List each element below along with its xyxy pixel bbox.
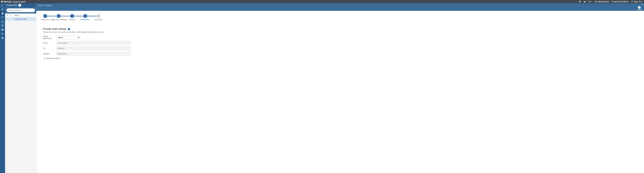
plugin-label: PostgreSQL [6, 4, 17, 6]
svg-point-3 [3, 33, 3, 33]
notifications-button[interactable] [578, 0, 582, 3]
list-header-icons[interactable] [5, 13, 13, 17]
svg-text:?: ? [589, 1, 590, 2]
attach-report-checkbox[interactable]: Attach job report [43, 57, 637, 59]
user-menu[interactable]: administrator [594, 0, 610, 3]
wizard-step-notification[interactable]: 4 Notification [78, 14, 92, 20]
sort-icon [7, 14, 8, 16]
netapp-logo-icon [1, 1, 3, 3]
wizard-step-appsettings[interactable]: 2 Application Settings [52, 14, 66, 20]
resource-panel: PostgreSQL Name postgres_5432 [5, 3, 36, 173]
rail-alerts[interactable] [0, 36, 5, 40]
from-input[interactable] [56, 41, 130, 45]
plugin-dropdown[interactable] [18, 4, 21, 6]
help-button[interactable]: ? [587, 0, 594, 3]
wizard-step-summary[interactable]: 5 Summary [92, 14, 105, 20]
main-area: Cluster - Protect ✕ i Details 1 Resource… [36, 3, 644, 173]
alert-icon [1, 36, 4, 39]
brand-product: SnapCenter® [12, 0, 26, 3]
rail-storage[interactable] [0, 28, 5, 32]
step-label: Resource [41, 18, 49, 20]
user-name: administrator [598, 0, 609, 3]
rail-dashboard[interactable] [0, 7, 5, 11]
list-item[interactable]: postgres_5432 [5, 17, 36, 21]
step-label: Application Settings [50, 18, 67, 20]
nav-rail [0, 3, 5, 173]
label-to: To [43, 47, 56, 49]
check-circle-icon [1, 12, 4, 15]
label-from: From [43, 42, 56, 44]
subject-input[interactable] [56, 52, 130, 56]
form-subtitle: Select the service accounts or people to… [43, 31, 637, 33]
topbar: NetApp SnapCenter® ? administrator SnapC… [0, 0, 644, 3]
rail-resources[interactable] [0, 11, 5, 15]
email-pref-select[interactable]: Never [56, 35, 80, 39]
wizard-steps: 1 Resource 2 Application Settings 3 Poli… [43, 14, 104, 21]
info-icon[interactable]: i [68, 28, 70, 30]
chart-line-icon [1, 20, 4, 23]
close-button[interactable]: ✕ [642, 3, 644, 6]
label-subject: Subject [43, 53, 56, 55]
grid-icon [1, 8, 4, 11]
label-email-pref: Email preference [43, 35, 56, 39]
rail-hosts[interactable] [0, 23, 5, 28]
list-item-name: postgres_5432 [13, 18, 27, 20]
breadcrumb-bar: Cluster - Protect ✕ i Details [36, 3, 644, 11]
signout-icon [631, 1, 633, 3]
rail-monitor[interactable] [0, 15, 5, 19]
role-label[interactable]: SnapCenterAdmin [610, 0, 630, 3]
info-icon: i [638, 6, 641, 9]
chevron-down-icon [19, 4, 20, 6]
step-number: 1 [43, 14, 47, 18]
column-name[interactable]: Name [13, 14, 20, 16]
step-label: Policies [69, 18, 75, 20]
attach-report-input[interactable] [43, 57, 45, 59]
flag-icon [10, 14, 11, 16]
mail-icon [584, 1, 586, 3]
help-icon: ? [588, 1, 590, 3]
role-text: SnapCenterAdmin [612, 0, 628, 3]
list-header: Name [5, 13, 36, 17]
wizard-step-policies[interactable]: 3 Policies [66, 14, 79, 20]
details-button[interactable]: i Details [637, 6, 642, 10]
plugin-selector: PostgreSQL [5, 3, 36, 7]
rail-reports[interactable] [0, 19, 5, 23]
attach-report-label: Attach job report [46, 57, 60, 59]
storage-icon [1, 28, 4, 31]
breadcrumb: Cluster - Protect [38, 4, 52, 6]
caret-down-icon [591, 1, 592, 3]
brand: NetApp SnapCenter® [1, 0, 26, 3]
to-input[interactable] [56, 46, 130, 50]
wizard-step-resource[interactable]: 1 Resource [38, 14, 52, 20]
step-number: 3 [70, 14, 74, 18]
search-input[interactable] [6, 8, 35, 12]
email-settings-form: Provide email settings i Select the serv… [43, 27, 637, 59]
step-number: 2 [57, 14, 60, 18]
step-number: 4 [84, 14, 87, 18]
step-number: 5 [96, 14, 100, 18]
form-title: Provide email settings [43, 28, 66, 30]
messages-button[interactable] [582, 0, 587, 3]
rail-settings[interactable] [0, 32, 5, 36]
signout-button[interactable]: Sign Out [630, 0, 643, 3]
svg-point-5 [3, 34, 3, 34]
step-label: Notification [81, 18, 90, 20]
user-icon [595, 1, 597, 3]
hosts-icon [1, 24, 4, 27]
svg-point-4 [2, 33, 2, 34]
sliders-icon [1, 32, 4, 35]
step-label: Summary [94, 18, 102, 20]
details-label: Details [637, 9, 642, 10]
gauge-icon [1, 16, 4, 19]
brand-company: NetApp [4, 0, 12, 3]
bell-icon [579, 1, 581, 3]
rail-expand[interactable] [0, 3, 5, 7]
search-bar [5, 7, 36, 13]
signout-text: Sign Out [634, 0, 642, 3]
